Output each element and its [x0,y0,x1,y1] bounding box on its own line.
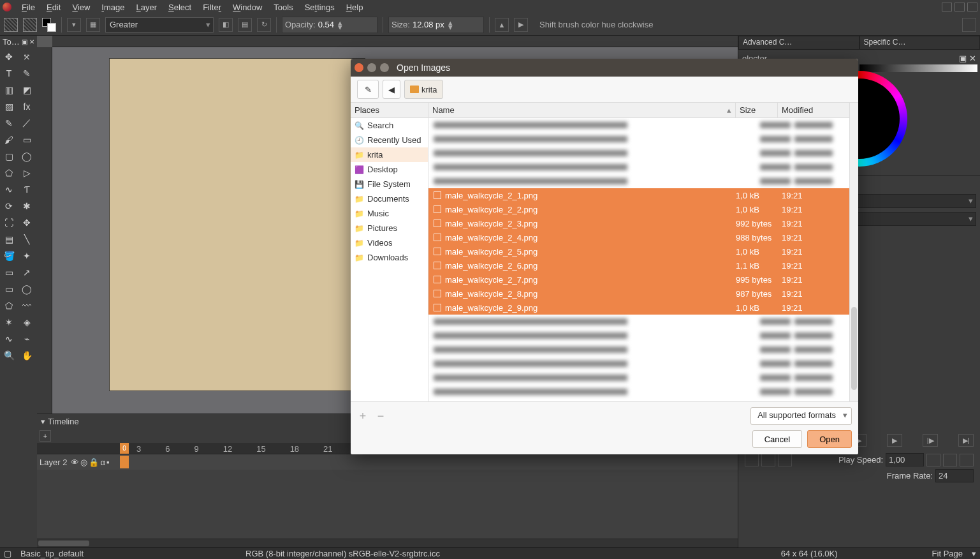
tool-bezier[interactable]: ∿ [1,182,17,197]
file-row[interactable]: male_walkcycle_2_3.png992 bytes19:21 [428,216,858,230]
anim-icon-e[interactable] [943,454,957,466]
places-item-krita[interactable]: 📁krita [351,147,428,162]
mirror-vertical-icon[interactable]: ▶ [514,18,528,32]
brush-preset-2[interactable] [23,18,37,32]
tool-pan[interactable]: ✋ [19,348,34,363]
tool-freehand-brush[interactable]: 🖌 [1,132,17,147]
path-edit-button[interactable]: ✎ [357,80,379,99]
tool-freehand-path[interactable]: Ƭ [19,182,34,197]
anim-icon-c[interactable] [778,454,792,466]
menu-help[interactable]: Help [341,1,369,13]
tool-select-magnetic[interactable]: ⌁ [19,331,34,347]
frame-rate-input[interactable] [935,469,974,482]
file-row[interactable]: male_walkcycle_2_5.png1,0 kB19:21 [428,244,858,258]
menu-layer[interactable]: Layer [131,1,162,13]
reload-preset[interactable]: ↻ [257,18,271,32]
open-button[interactable]: Open [807,430,852,448]
alpha-icon[interactable]: α [100,458,105,467]
anim-icon-b[interactable] [761,454,775,466]
tool-line[interactable]: ／ [19,116,34,131]
value-gradient[interactable] [859,64,978,72]
menu-tools[interactable]: Tools [268,1,298,13]
file-row[interactable]: male_walkcycle_2_6.png1,1 kB19:21 [428,258,858,272]
next-key-icon[interactable]: |▶ [923,434,938,447]
anim-icon-d[interactable] [926,454,940,466]
file-row[interactable]: male_walkcycle_2_1.png1,0 kB19:21 [428,188,858,202]
tool-select-free[interactable]: 〰 [19,298,34,313]
toolbox-float-icon[interactable]: ▣ ✕ [22,38,34,45]
status-selection-icon[interactable]: ▢ [4,549,11,558]
status-fit[interactable]: Fit Page [932,549,963,558]
places-item-recently-used[interactable]: 🕘Recently Used [351,133,428,147]
tool-crop[interactable]: ⛶ [1,215,17,230]
tool-polygon[interactable]: ⬠ [1,165,17,181]
file-row[interactable]: male_walkcycle_2_2.png1,0 kB19:21 [428,202,858,216]
opacity-spinner[interactable]: Opacity: 0.54 ▴▾ [282,17,377,33]
tool-zoom[interactable]: 🔍 [1,348,17,363]
tool-gradient-edit[interactable]: ◩ [19,82,34,98]
status-dropdown-icon[interactable]: ▾ [972,549,976,558]
file-filter-select[interactable]: All supported formats [750,407,852,425]
tool-transform[interactable]: ⤧ [19,49,34,64]
tab-advanced-color[interactable]: Advanced C… [738,36,859,50]
menu-select[interactable]: Select [163,1,196,13]
file-list-scrollbar[interactable] [849,103,858,401]
column-size[interactable]: Size [736,103,778,117]
tool-pattern-edit[interactable]: ▥ [1,82,17,98]
size-spinner[interactable]: Size: 12.08 px ▴▾ [388,17,484,33]
window-close-icon[interactable] [967,3,977,11]
tool-polyline[interactable]: ▷ [19,165,34,181]
places-item-pictures[interactable]: 📁Pictures [351,221,428,235]
places-item-documents[interactable]: 📁Documents [351,191,428,206]
menu-image[interactable]: Image [96,1,129,13]
mirror-horizontal-icon[interactable]: ▲ [495,18,509,32]
file-row[interactable]: male_walkcycle_2_8.png987 bytes19:21 [428,287,858,301]
tool-rect[interactable]: ▭ [19,132,34,147]
tool-measure[interactable]: ╲ [19,232,34,247]
column-modified[interactable]: Modified [778,103,858,117]
timeline-scrollbar[interactable] [37,539,738,548]
tool-reference[interactable]: ▭ [1,265,17,280]
path-back-button[interactable]: ◀ [383,80,400,99]
tool-gradient[interactable]: ▨ [1,99,17,114]
tool-brush-engine[interactable]: fx [19,99,34,114]
places-item-downloads[interactable]: 📁Downloads [351,250,428,265]
bookmark-remove-icon[interactable]: − [375,410,386,423]
file-row[interactable]: male_walkcycle_2_7.png995 bytes19:21 [428,272,858,287]
workspace-switcher[interactable] [962,18,976,32]
gradient-btn[interactable]: ▾ [67,18,81,32]
menu-window[interactable]: Window [228,1,267,13]
onion-icon[interactable]: ◎ [80,458,87,467]
window-minimize-icon[interactable] [942,3,952,11]
timeline-add-btn[interactable]: + [40,430,51,442]
visibility-icon[interactable]: 👁 [71,458,79,467]
tool-move2[interactable]: ✥ [19,215,34,230]
layer-square-icon[interactable]: ▪ [106,458,110,467]
menu-file[interactable]: File [17,1,40,13]
tool-circle[interactable]: ◯ [19,149,34,164]
tab-specific-color[interactable]: Specific C… [859,36,981,50]
tool-text[interactable]: T [1,66,17,81]
menu-filter[interactable]: Filter [198,1,226,13]
lock-icon[interactable]: 🔒 [89,458,99,467]
cancel-button[interactable]: Cancel [752,430,802,448]
maximize-icon[interactable] [380,63,389,72]
file-row[interactable]: male_walkcycle_2_9.png1,0 kB19:21 [428,301,858,315]
timeline-layer-row[interactable]: Layer 2 👁 ◎ 🔒 α ▪ [37,454,738,470]
tool-assistant[interactable]: ▤ [1,232,17,247]
places-item-search[interactable]: 🔍Search [351,118,428,133]
chevron-down-icon[interactable]: ▾ [41,417,45,426]
window-maximize-icon[interactable] [954,3,965,11]
tool-rect2[interactable]: ▢ [1,149,17,164]
menu-view[interactable]: View [67,1,95,13]
places-item-file-system[interactable]: 💾File System [351,177,428,191]
brush-preset-1[interactable] [4,18,18,32]
current-frame-marker[interactable]: 0 [120,443,129,454]
anim-icon-a[interactable] [745,454,759,466]
blend-mode-select[interactable]: Greater [105,17,214,33]
keyframe[interactable] [120,456,129,468]
play-speed-input[interactable] [886,453,924,466]
menu-edit[interactable]: Edit [41,1,66,13]
skip-end-icon[interactable]: ▶| [958,434,974,447]
places-item-desktop[interactable]: 🟪Desktop [351,162,428,177]
